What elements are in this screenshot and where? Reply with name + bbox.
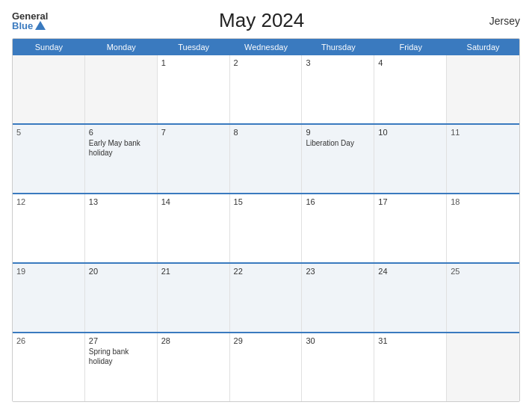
- day-number: 16: [306, 197, 370, 206]
- day-cell: 12: [13, 194, 85, 262]
- day-cell: 18: [447, 194, 519, 262]
- day-cell: [85, 55, 158, 123]
- day-number: 1: [161, 58, 226, 67]
- event-label: Liberation Day: [306, 139, 353, 147]
- day-number: 17: [378, 197, 442, 206]
- day-number: 4: [378, 58, 442, 67]
- week-row-2: 56Early May bank holiday789Liberation Da…: [13, 123, 519, 193]
- day-header-friday: Friday: [374, 39, 447, 55]
- day-number: 3: [306, 58, 370, 67]
- day-cell: [447, 55, 519, 123]
- day-number: 24: [378, 267, 442, 276]
- day-number: 30: [306, 336, 370, 345]
- day-cell: 6Early May bank holiday: [85, 125, 158, 193]
- day-number: 29: [234, 336, 298, 345]
- week-row-1: 1234: [13, 55, 519, 123]
- day-header-monday: Monday: [85, 39, 158, 55]
- day-cell: 21: [158, 264, 230, 332]
- day-cell: 2: [230, 55, 303, 123]
- day-header-sunday: Sunday: [13, 39, 85, 55]
- day-cell: 15: [230, 194, 303, 262]
- header: General Blue May 2024 Jersey: [12, 9, 520, 32]
- day-number: 8: [234, 128, 298, 137]
- day-number: 28: [161, 336, 226, 345]
- day-number: 23: [306, 267, 370, 276]
- day-number: 18: [451, 197, 516, 206]
- day-cell: 24: [374, 264, 447, 332]
- day-cell: 17: [374, 194, 447, 262]
- logo-triangle-icon: [35, 21, 46, 30]
- day-number: 21: [161, 267, 226, 276]
- day-cell: 25: [447, 264, 519, 332]
- logo: General Blue: [12, 11, 48, 31]
- day-cell: 11: [447, 125, 519, 193]
- logo-blue-text: Blue: [12, 21, 48, 31]
- day-number: 20: [89, 267, 153, 276]
- day-number: 5: [16, 128, 81, 137]
- day-header-wednesday: Wednesday: [230, 39, 303, 55]
- day-number: 22: [234, 267, 298, 276]
- day-header-tuesday: Tuesday: [158, 39, 230, 55]
- day-number: 7: [161, 128, 226, 137]
- calendar-title: May 2024: [48, 9, 475, 32]
- calendar-weeks: 123456Early May bank holiday789Liberatio…: [13, 55, 519, 401]
- day-cell: 14: [158, 194, 230, 262]
- day-number: 12: [16, 197, 81, 206]
- day-number: 25: [451, 267, 516, 276]
- location-label: Jersey: [475, 15, 520, 27]
- day-header-saturday: Saturday: [447, 39, 519, 55]
- event-label: Spring bank holiday: [89, 347, 129, 365]
- day-number: 2: [234, 58, 298, 67]
- week-row-3: 12131415161718: [13, 193, 519, 262]
- day-cell: 16: [302, 194, 374, 262]
- day-number: 11: [451, 128, 516, 137]
- day-cell: 3: [302, 55, 374, 123]
- week-row-5: 2627Spring bank holiday28293031: [13, 332, 519, 401]
- day-cell: 10: [374, 125, 447, 193]
- day-cell: 27Spring bank holiday: [85, 333, 158, 401]
- day-number: 14: [161, 197, 226, 206]
- day-number: 10: [378, 128, 442, 137]
- day-cell: 30: [302, 333, 374, 401]
- calendar-page: General Blue May 2024 Jersey SundayMonda…: [0, 0, 532, 411]
- day-cell: 8: [230, 125, 303, 193]
- day-cell: 5: [13, 125, 85, 193]
- week-row-4: 19202122232425: [13, 262, 519, 332]
- day-number: 27: [89, 336, 153, 345]
- day-header-thursday: Thursday: [302, 39, 374, 55]
- day-cell: 4: [374, 55, 447, 123]
- day-number: 6: [89, 128, 153, 137]
- day-number: 15: [234, 197, 298, 206]
- logo-general-text: General: [12, 11, 48, 21]
- day-cell: [13, 55, 85, 123]
- day-cell: 1: [158, 55, 230, 123]
- day-cell: 22: [230, 264, 303, 332]
- day-cell: 28: [158, 333, 230, 401]
- day-cell: 20: [85, 264, 158, 332]
- day-cell: 13: [85, 194, 158, 262]
- day-cell: 23: [302, 264, 374, 332]
- day-number: 9: [306, 128, 370, 137]
- day-cell: 9Liberation Day: [302, 125, 374, 193]
- day-number: 26: [16, 336, 81, 345]
- day-cell: 26: [13, 333, 85, 401]
- day-cell: [447, 333, 519, 401]
- day-number: 31: [378, 336, 442, 345]
- day-number: 13: [89, 197, 153, 206]
- calendar-grid: SundayMondayTuesdayWednesdayThursdayFrid…: [12, 38, 520, 402]
- day-number: 19: [16, 267, 81, 276]
- day-cell: 7: [158, 125, 230, 193]
- event-label: Early May bank holiday: [89, 139, 140, 157]
- day-cell: 31: [374, 333, 447, 401]
- days-header-row: SundayMondayTuesdayWednesdayThursdayFrid…: [13, 39, 519, 55]
- day-cell: 19: [13, 264, 85, 332]
- day-cell: 29: [230, 333, 303, 401]
